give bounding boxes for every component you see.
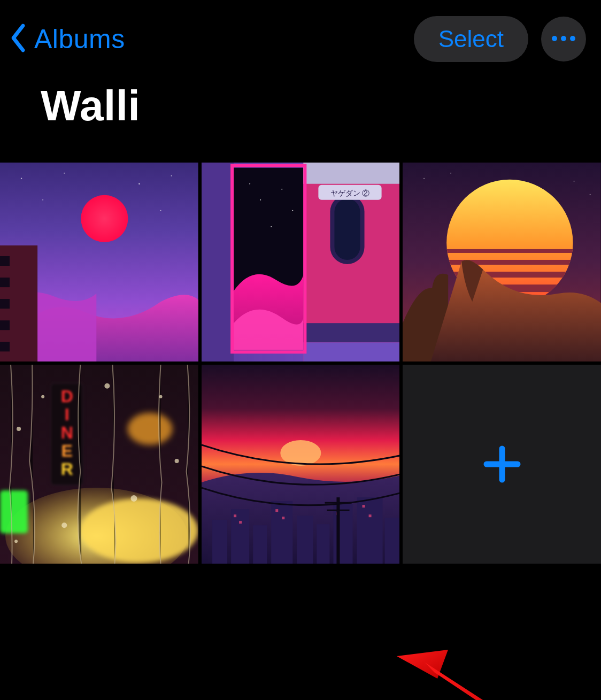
svg-point-0 (552, 36, 557, 41)
svg-point-22 (281, 189, 282, 190)
back-button[interactable]: Albums (10, 23, 125, 55)
select-label: Select (438, 26, 504, 52)
back-label: Albums (34, 24, 125, 55)
svg-rect-73 (317, 524, 329, 564)
svg-rect-84 (336, 497, 340, 564)
svg-point-37 (423, 178, 425, 179)
svg-marker-90 (425, 663, 546, 700)
svg-text:E: E (61, 441, 73, 460)
svg-rect-15 (0, 320, 10, 330)
svg-point-61 (130, 495, 137, 502)
svg-rect-75 (357, 497, 382, 564)
svg-rect-82 (362, 505, 365, 507)
chevron-left-icon (10, 23, 27, 55)
svg-point-65 (159, 395, 163, 398)
svg-rect-77 (234, 514, 236, 517)
svg-point-63 (175, 459, 179, 463)
svg-point-56 (127, 413, 172, 445)
photo-thumbnail[interactable]: D I N E R (0, 365, 198, 564)
svg-rect-28 (303, 323, 399, 342)
svg-rect-55 (0, 490, 28, 533)
svg-point-1 (561, 36, 566, 41)
svg-marker-89 (397, 650, 448, 679)
svg-rect-13 (0, 278, 10, 287)
svg-point-58 (17, 427, 21, 431)
page-title: Walli (41, 81, 601, 130)
svg-point-6 (138, 183, 140, 184)
ellipsis-icon (551, 34, 576, 44)
svg-rect-18 (202, 163, 234, 361)
plus-icon (483, 445, 521, 483)
svg-rect-14 (0, 299, 10, 309)
photo-thumbnail[interactable] (403, 163, 601, 361)
annotation-arrow-icon (396, 647, 551, 700)
photo-grid: ヤゲダン ② (0, 163, 601, 564)
svg-rect-83 (368, 514, 371, 517)
svg-point-10 (81, 195, 128, 242)
svg-point-2 (570, 36, 575, 41)
svg-text:D: D (61, 387, 73, 406)
svg-point-57 (80, 498, 198, 563)
svg-rect-76 (384, 518, 399, 564)
svg-text:I: I (65, 405, 70, 424)
svg-rect-78 (239, 521, 242, 524)
svg-point-9 (160, 210, 161, 211)
svg-text:R: R (61, 459, 73, 479)
svg-point-62 (61, 522, 67, 528)
photo-thumbnail[interactable] (0, 163, 198, 361)
svg-rect-26 (303, 163, 399, 184)
svg-point-5 (64, 173, 65, 174)
svg-rect-68 (212, 520, 227, 564)
svg-rect-79 (275, 509, 278, 512)
svg-rect-12 (0, 256, 10, 266)
nav-bar: Albums Select (0, 0, 601, 62)
svg-point-59 (41, 395, 44, 398)
svg-point-40 (590, 194, 591, 195)
svg-rect-72 (297, 516, 313, 564)
svg-rect-71 (271, 501, 292, 564)
svg-rect-31 (334, 199, 360, 260)
svg-point-38 (574, 181, 575, 182)
svg-rect-69 (231, 509, 249, 564)
svg-text:N: N (61, 423, 73, 442)
svg-point-64 (14, 540, 18, 543)
svg-point-21 (260, 199, 261, 201)
svg-point-60 (104, 383, 110, 389)
photo-thumbnail[interactable]: ヤゲダン ② (202, 163, 400, 361)
svg-rect-74 (333, 504, 352, 564)
svg-point-4 (21, 178, 22, 179)
svg-point-8 (42, 199, 43, 201)
more-button[interactable] (541, 17, 586, 61)
photo-thumbnail[interactable] (202, 365, 400, 564)
svg-rect-29 (303, 342, 399, 361)
svg-point-20 (249, 183, 250, 184)
svg-point-24 (271, 226, 272, 227)
svg-point-23 (292, 210, 293, 211)
svg-rect-42 (445, 249, 574, 253)
svg-rect-16 (0, 342, 10, 351)
add-photo-button[interactable] (403, 365, 601, 564)
svg-point-39 (450, 173, 451, 174)
svg-point-7 (171, 175, 172, 176)
svg-rect-70 (253, 525, 267, 564)
svg-rect-80 (282, 517, 284, 519)
select-button[interactable]: Select (414, 16, 528, 62)
svg-text:ヤゲダン ②: ヤゲダン ② (330, 189, 369, 197)
